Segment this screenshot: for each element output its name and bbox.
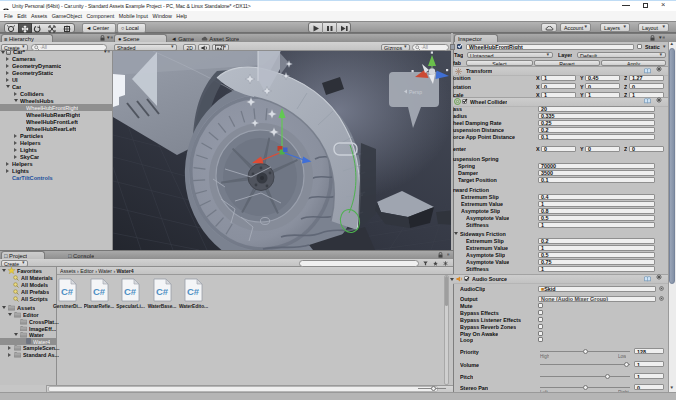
svg-text:C#: C# <box>156 286 169 297</box>
svg-text:Persp: Persp <box>409 89 422 95</box>
svg-text:C#: C# <box>124 286 137 297</box>
svg-text:C#: C# <box>93 286 106 297</box>
svg-text:C#: C# <box>187 286 200 297</box>
svg-text:C#: C# <box>61 286 74 297</box>
